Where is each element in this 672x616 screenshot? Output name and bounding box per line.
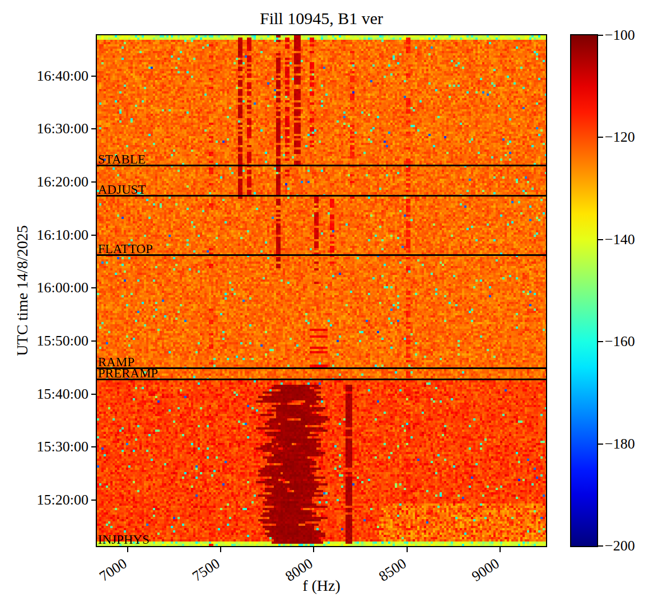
beam-mode-label-adjust: ADJUST bbox=[98, 184, 146, 196]
beam-mode-label-stable: STABLE bbox=[98, 153, 146, 166]
spectrogram-heatmap-canvas bbox=[97, 35, 546, 546]
y-tick-label: 15:40:00 bbox=[9, 385, 88, 403]
colorbar-tick-mark bbox=[598, 35, 603, 36]
y-tick-label: 15:50:00 bbox=[9, 332, 88, 350]
colorbar-tick-mark bbox=[598, 239, 603, 240]
figure-title: Fill 10945, B1 ver bbox=[97, 9, 546, 28]
y-tick-mark bbox=[91, 500, 96, 501]
colorbar bbox=[570, 34, 598, 547]
colorbar-tick-label: −180 bbox=[605, 435, 635, 453]
y-tick-label: 15:30:00 bbox=[9, 438, 88, 456]
y-tick-mark bbox=[91, 76, 96, 77]
x-tick-mark bbox=[500, 547, 501, 552]
y-tick-mark bbox=[91, 340, 96, 342]
y-tick-label: 16:40:00 bbox=[9, 67, 88, 85]
spectrogram-figure: Fill 10945, B1 ver UTC time 14/8/2025 16… bbox=[0, 0, 672, 616]
y-tick-label: 16:20:00 bbox=[9, 173, 88, 191]
x-tick-mark bbox=[220, 547, 221, 552]
colorbar-tick-label: −140 bbox=[605, 231, 635, 249]
colorbar-tick-label: −160 bbox=[605, 333, 635, 351]
beam-mode-label-flattop: FLATTOP bbox=[98, 243, 153, 255]
y-tick-label: 16:10:00 bbox=[9, 226, 88, 244]
x-axis-label: f (Hz) bbox=[97, 577, 546, 595]
x-tick-mark bbox=[313, 547, 314, 552]
colorbar-tick-mark bbox=[598, 341, 603, 342]
colorbar-tick-mark bbox=[598, 545, 603, 547]
y-tick-mark bbox=[91, 235, 96, 236]
beam-mode-label-injphys: INJPHYS bbox=[98, 534, 150, 546]
y-tick-label: 15:20:00 bbox=[9, 491, 88, 509]
colorbar-tick-mark bbox=[598, 137, 603, 138]
y-tick-mark bbox=[91, 446, 96, 447]
y-tick-mark bbox=[91, 394, 96, 395]
y-tick-label: 16:00:00 bbox=[9, 279, 88, 297]
y-tick-label: 16:30:00 bbox=[9, 120, 88, 138]
colorbar-tick-label: −100 bbox=[605, 26, 635, 44]
colorbar-tick-label: −200 bbox=[605, 537, 635, 555]
x-tick-mark bbox=[407, 547, 408, 552]
y-tick-mark bbox=[91, 128, 96, 129]
colorbar-tick-mark bbox=[598, 444, 603, 445]
y-tick-mark bbox=[91, 181, 96, 183]
beam-mode-label-preramp: PRERAMP bbox=[98, 367, 158, 380]
y-tick-mark bbox=[91, 287, 96, 288]
x-tick-mark bbox=[127, 547, 128, 552]
colorbar-gradient bbox=[571, 35, 597, 546]
colorbar-tick-label: −120 bbox=[605, 128, 635, 146]
spectrogram-plot-area bbox=[96, 34, 547, 547]
